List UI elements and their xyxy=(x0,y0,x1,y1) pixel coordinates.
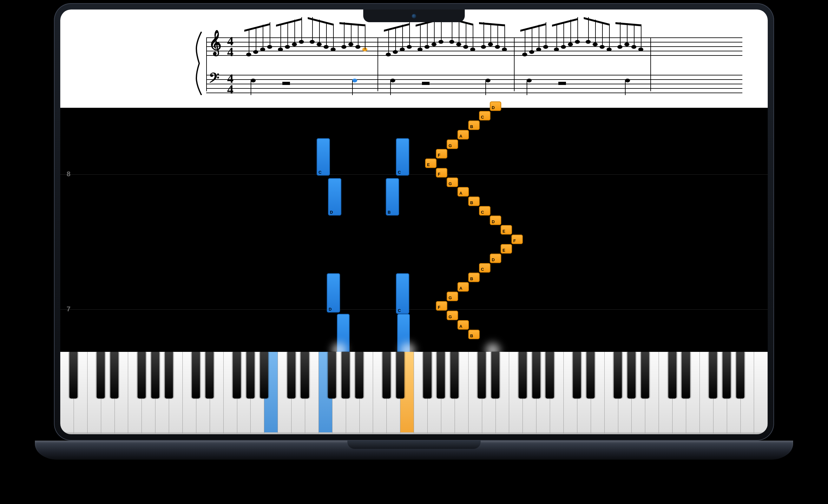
falling-note-left: B xyxy=(386,178,399,216)
note-stem xyxy=(294,20,295,44)
measure-number: 7 xyxy=(67,306,71,313)
piano-black-key[interactable] xyxy=(587,352,594,399)
piano-black-key[interactable] xyxy=(641,352,649,399)
piano-black-key[interactable] xyxy=(301,352,309,399)
piano-white-key[interactable] xyxy=(278,352,292,434)
piano-black-key[interactable] xyxy=(247,352,254,399)
falling-note-left xyxy=(337,314,349,355)
piano-white-key[interactable] xyxy=(509,352,523,434)
note-stem xyxy=(641,25,641,49)
piano-black-key[interactable] xyxy=(736,352,744,399)
note-stem xyxy=(570,20,571,44)
note-beam xyxy=(276,18,302,27)
piano-black-key[interactable] xyxy=(192,352,200,399)
piano-white-key[interactable] xyxy=(128,352,142,434)
falling-note-right: E xyxy=(425,158,437,168)
piano-black-key[interactable] xyxy=(709,352,717,399)
piano-white-key[interactable] xyxy=(605,352,618,434)
piano-black-key[interactable] xyxy=(491,352,499,399)
falling-note-right: E xyxy=(501,244,512,254)
piano-black-key[interactable] xyxy=(396,352,404,399)
piano-white-key[interactable] xyxy=(60,352,74,434)
piano-black-key[interactable] xyxy=(532,352,540,399)
note-stem xyxy=(491,23,491,44)
note-stem xyxy=(627,23,627,44)
note-stem xyxy=(281,25,281,49)
piano-black-key[interactable] xyxy=(206,352,213,399)
falling-note-right: A xyxy=(457,130,469,139)
piano-white-key[interactable] xyxy=(659,352,672,434)
piano-white-key[interactable] xyxy=(700,352,713,434)
note-stem xyxy=(459,20,459,44)
bass-note-head xyxy=(485,79,491,82)
piano-white-key[interactable] xyxy=(373,352,387,434)
note-stem xyxy=(352,81,353,95)
piano-black-key[interactable] xyxy=(573,352,581,399)
piano-white-key[interactable] xyxy=(183,352,196,434)
piano-white-key[interactable] xyxy=(468,352,482,434)
piano-black-key[interactable] xyxy=(342,352,349,399)
note-stem xyxy=(525,30,525,54)
piano-black-key[interactable] xyxy=(546,352,553,399)
falling-note-right: B xyxy=(468,273,480,282)
piano-black-key[interactable] xyxy=(355,352,363,399)
piano-keyboard[interactable] xyxy=(60,352,768,434)
note-stem xyxy=(546,22,546,47)
piano-white-key[interactable] xyxy=(414,352,428,434)
piano-white-key[interactable] xyxy=(754,352,768,434)
falling-note-right: A xyxy=(457,282,469,292)
stage: 𝄞 𝄢 4 4 4 4 8 7 xyxy=(0,0,828,504)
piano-black-key[interactable] xyxy=(165,352,173,399)
note-stem xyxy=(588,17,589,42)
note-beam xyxy=(339,22,366,26)
piano-black-key[interactable] xyxy=(668,352,676,399)
bass-note-head xyxy=(527,79,532,82)
piano-white-key[interactable] xyxy=(224,352,237,434)
barline xyxy=(206,37,207,91)
piano-black-key[interactable] xyxy=(111,352,118,399)
piano-black-key[interactable] xyxy=(151,352,159,399)
falling-note-left: C xyxy=(396,273,409,314)
piano-black-key[interactable] xyxy=(233,352,241,399)
note-stem xyxy=(539,25,539,49)
note-stem xyxy=(301,17,302,42)
barline xyxy=(514,37,514,91)
piano-black-key[interactable] xyxy=(478,352,486,399)
falling-note-left: D xyxy=(328,178,341,216)
falling-note-right: C xyxy=(479,111,491,121)
piano-black-key[interactable] xyxy=(138,352,146,399)
piano-black-key[interactable] xyxy=(97,352,105,399)
piano-black-key[interactable] xyxy=(682,352,690,399)
piano-black-key[interactable] xyxy=(627,352,635,399)
note-stem xyxy=(427,22,428,47)
note-stem xyxy=(595,20,596,44)
piano-white-key[interactable] xyxy=(319,352,332,434)
piano-black-key[interactable] xyxy=(519,352,527,399)
piano-black-key[interactable] xyxy=(383,352,390,399)
piano-roll[interactable]: 8 7 CDCBDCDCBAGFEFGABCDEFEDCBAGFGAB xyxy=(60,108,768,352)
piano-white-key[interactable] xyxy=(88,352,101,434)
note-stem xyxy=(577,17,578,42)
falling-note-right: G xyxy=(447,139,458,149)
note-stem xyxy=(625,81,626,95)
treble-clef-icon: 𝄞 xyxy=(209,32,221,53)
note-beam xyxy=(479,22,505,26)
piano-black-key[interactable] xyxy=(287,352,295,399)
falling-note-right: G xyxy=(447,292,458,301)
piano-black-key[interactable] xyxy=(423,352,431,399)
falling-note-right: D xyxy=(490,254,501,263)
piano-black-key[interactable] xyxy=(328,352,336,399)
sheet-music-panel[interactable]: 𝄞 𝄢 4 4 4 4 xyxy=(60,9,768,108)
piano-black-key[interactable] xyxy=(723,352,731,399)
note-beam xyxy=(520,23,546,32)
note-stem xyxy=(497,24,498,47)
piano-black-key[interactable] xyxy=(451,352,458,399)
note-stem xyxy=(484,22,484,47)
piano-black-key[interactable] xyxy=(260,352,268,399)
falling-note-right: A xyxy=(457,187,469,196)
falling-note-right: C xyxy=(479,263,491,273)
piano-black-key[interactable] xyxy=(70,352,77,399)
piano-white-key[interactable] xyxy=(564,352,577,434)
piano-black-key[interactable] xyxy=(437,352,445,399)
piano-black-key[interactable] xyxy=(614,352,622,399)
